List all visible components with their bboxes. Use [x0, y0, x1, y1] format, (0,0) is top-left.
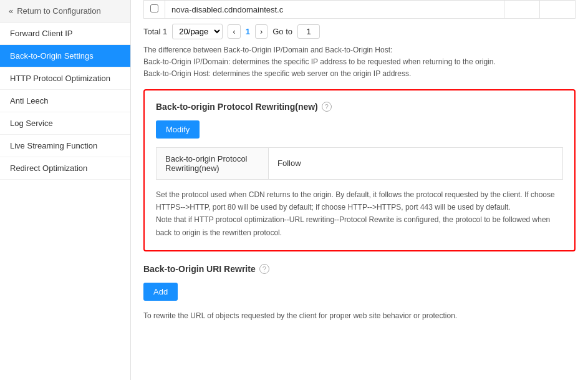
- sidebar-item-anti-leech[interactable]: Anti Leech: [0, 90, 130, 112]
- total-label: Total 1: [143, 27, 167, 36]
- col3-cell: [539, 1, 575, 19]
- next-page-button[interactable]: ›: [255, 24, 267, 39]
- uri-rewrite-title-text: Back-to-Origin URI Rewrite: [143, 264, 256, 274]
- info-line2: Back-to-Origin IP/Domain: determines the…: [143, 56, 576, 68]
- pagination: Total 1 20/page ‹ 1 › Go to: [143, 24, 576, 39]
- protocol-rewriting-section: Back-to-origin Protocol Rewriting(new) ?…: [143, 89, 576, 252]
- per-page-select[interactable]: 20/page: [172, 24, 223, 39]
- return-label: Return to Configuration: [17, 6, 100, 16]
- protocol-rewriting-help-icon[interactable]: ?: [322, 102, 332, 112]
- protocol-table-row: Back-to-origin Protocol Rewriting(new) F…: [157, 147, 563, 179]
- goto-input[interactable]: [297, 24, 320, 39]
- main-content: nova-disabled.cdndomaintest.c Total 1 20…: [131, 0, 588, 380]
- table-row: nova-disabled.cdndomaintest.c: [144, 1, 576, 19]
- protocol-rewriting-title-text: Back-to-origin Protocol Rewriting(new): [156, 102, 318, 112]
- sidebar-item-http-protocol-optimization[interactable]: HTTP Protocol Optimization: [0, 67, 130, 90]
- sidebar: « Return to Configuration Forward Client…: [0, 0, 131, 380]
- row-checkbox-cell[interactable]: [144, 1, 165, 19]
- add-button[interactable]: Add: [143, 283, 178, 301]
- sidebar-item-forward-client-ip[interactable]: Forward Client IP: [0, 22, 130, 45]
- uri-rewrite-description: To rewrite the URL of objects requested …: [143, 309, 576, 322]
- protocol-label-cell: Back-to-origin Protocol Rewriting(new): [157, 147, 269, 179]
- goto-label: Go to: [272, 27, 292, 36]
- info-line3: Back-to-Origin Host: determines the spec…: [143, 68, 576, 80]
- sidebar-item-label: HTTP Protocol Optimization: [10, 74, 110, 83]
- protocol-value-cell: Follow: [269, 147, 563, 179]
- domain-cell: nova-disabled.cdndomaintest.c: [165, 1, 504, 19]
- sidebar-item-label: Live Streaming Function: [10, 141, 97, 150]
- sidebar-item-label: Back-to-Origin Settings: [10, 51, 94, 61]
- sidebar-item-back-to-origin-settings[interactable]: Back-to-Origin Settings: [0, 45, 130, 67]
- info-line1: The difference between Back-to-Origin IP…: [143, 44, 576, 56]
- col2-cell: [504, 1, 539, 19]
- protocol-rewriting-title: Back-to-origin Protocol Rewriting(new) ?: [156, 102, 563, 112]
- sidebar-item-label: Forward Client IP: [10, 29, 72, 38]
- uri-rewrite-help-icon[interactable]: ?: [259, 264, 269, 274]
- return-to-configuration[interactable]: « Return to Configuration: [0, 0, 130, 22]
- uri-rewrite-title: Back-to-Origin URI Rewrite ?: [143, 264, 576, 274]
- sidebar-item-log-service[interactable]: Log Service: [0, 112, 130, 135]
- protocol-description: Set the protocol used when CDN returns t…: [156, 188, 563, 240]
- return-icon: «: [9, 6, 13, 16]
- sidebar-item-live-streaming-function[interactable]: Live Streaming Function: [0, 135, 130, 157]
- domain-table: nova-disabled.cdndomaintest.c: [143, 0, 576, 19]
- row-checkbox[interactable]: [150, 4, 158, 12]
- back-to-origin-info: The difference between Back-to-Origin IP…: [143, 44, 576, 80]
- sidebar-item-label: Anti Leech: [10, 96, 48, 105]
- current-page: 1: [246, 27, 250, 36]
- sidebar-item-redirect-optimization[interactable]: Redirect Optimization: [0, 157, 130, 180]
- uri-rewrite-section: Back-to-Origin URI Rewrite ? Add To rewr…: [143, 264, 576, 322]
- sidebar-item-label: Log Service: [10, 119, 53, 128]
- protocol-table: Back-to-origin Protocol Rewriting(new) F…: [156, 147, 563, 180]
- sidebar-item-label: Redirect Optimization: [10, 163, 87, 173]
- modify-button[interactable]: Modify: [156, 120, 200, 139]
- prev-page-button[interactable]: ‹: [228, 24, 240, 39]
